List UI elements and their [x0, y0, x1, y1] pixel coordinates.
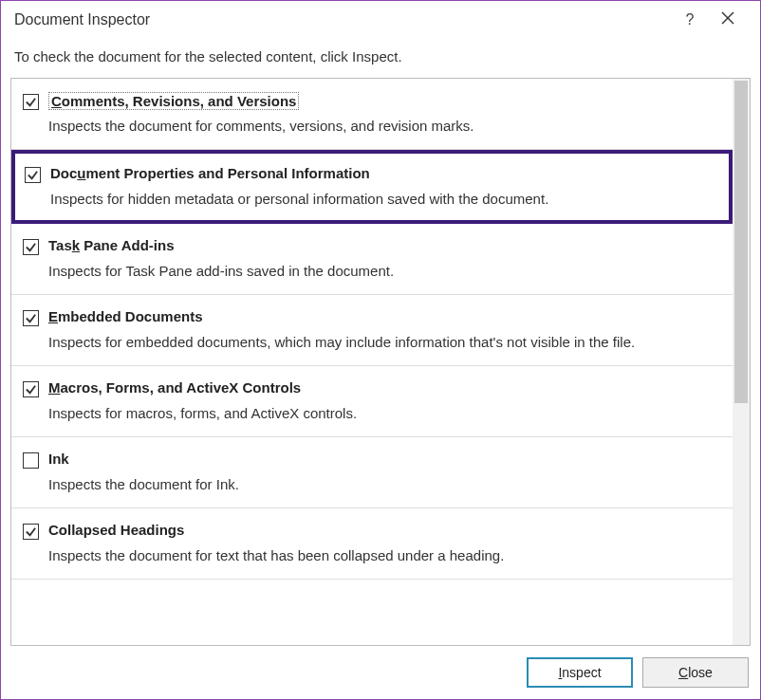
- inspector-item-title: Comments, Revisions, and Versions: [48, 92, 299, 110]
- inspector-item-title: Document Properties and Personal Informa…: [50, 165, 370, 181]
- close-button[interactable]: Close: [642, 657, 749, 688]
- close-window-button[interactable]: [709, 11, 747, 28]
- inspector-item-description: Inspects the document for text that has …: [48, 547, 719, 563]
- titlebar: Document Inspector ?: [1, 1, 760, 39]
- inspector-item-checkbox[interactable]: [23, 381, 39, 397]
- inspector-list: Comments, Revisions, and VersionsInspect…: [11, 79, 733, 645]
- inspector-item: Collapsed HeadingsInspects the document …: [11, 508, 733, 580]
- inspector-item-title: Collapsed Headings: [48, 522, 184, 538]
- inspector-list-container: Comments, Revisions, and VersionsInspect…: [10, 78, 751, 646]
- inspector-item: Embedded DocumentsInspects for embedded …: [11, 295, 733, 366]
- inspector-item: Macros, Forms, and ActiveX ControlsInspe…: [11, 366, 733, 437]
- inspector-item-description: Inspects the document for comments, vers…: [48, 118, 719, 134]
- check-icon: [25, 525, 37, 538]
- check-icon: [25, 383, 37, 396]
- inspector-item-checkbox[interactable]: [23, 452, 39, 469]
- inspect-button[interactable]: Inspect: [527, 657, 633, 688]
- check-icon: [25, 241, 37, 253]
- check-icon: [25, 96, 37, 108]
- inspector-item-description: Inspects for macros, forms, and ActiveX …: [48, 405, 719, 421]
- inspector-item-title: Embedded Documents: [48, 308, 203, 324]
- scrollbar[interactable]: [733, 79, 750, 645]
- inspector-item-checkbox[interactable]: [23, 94, 39, 110]
- inspector-item-description: Inspects for hidden metadata or personal…: [50, 191, 717, 207]
- inspector-item-checkbox[interactable]: [23, 524, 39, 540]
- inspector-item: Task Pane Add-insInspects for Task Pane …: [11, 224, 733, 295]
- inspector-item-description: Inspects the document for Ink.: [48, 476, 719, 492]
- inspector-item-checkbox[interactable]: [25, 167, 41, 183]
- check-icon: [25, 312, 37, 324]
- inspector-item: Document Properties and Personal Informa…: [11, 150, 733, 224]
- window-title: Document Inspector: [14, 11, 671, 28]
- check-icon: [27, 169, 39, 181]
- inspector-item-checkbox[interactable]: [23, 310, 39, 326]
- inspector-item-title: Ink: [48, 451, 69, 467]
- instruction-text: To check the document for the selected c…: [1, 39, 760, 78]
- scrollbar-thumb[interactable]: [734, 81, 748, 403]
- inspector-item: Comments, Revisions, and VersionsInspect…: [11, 79, 733, 150]
- inspector-item: InkInspects the document for Ink.: [11, 437, 733, 508]
- inspector-item-title: Macros, Forms, and ActiveX Controls: [48, 379, 301, 396]
- dialog-footer: Inspect Close: [1, 646, 760, 699]
- close-icon: [721, 11, 734, 25]
- inspector-item-description: Inspects for Task Pane add-ins saved in …: [48, 263, 719, 279]
- inspector-item-title: Task Pane Add-ins: [48, 237, 175, 253]
- help-button[interactable]: ?: [671, 11, 709, 28]
- inspector-item-description: Inspects for embedded documents, which m…: [48, 334, 719, 350]
- inspector-item-checkbox[interactable]: [23, 239, 39, 255]
